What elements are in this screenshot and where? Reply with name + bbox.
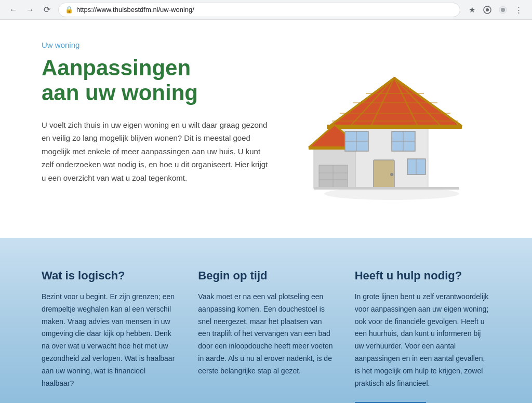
back-button[interactable]: ← (6, 3, 21, 17)
hero-text: Uw woning Aanpassingenaan uw woning U vo… (42, 41, 272, 184)
lock-icon: 🔒 (65, 6, 73, 14)
svg-point-3 (501, 8, 505, 12)
address-bar[interactable]: 🔒 https://www.thuisbestdfm.nl/uw-woning/ (58, 3, 460, 17)
svg-rect-18 (327, 125, 462, 129)
account-button[interactable] (496, 3, 510, 17)
columns-grid: Wat is logisch? Bezint voor u begint. Er… (42, 269, 490, 403)
hero-subtitle: Uw woning (42, 41, 272, 49)
column-3-title: Heeft u hulp nodig? (355, 269, 490, 283)
column-2-text: Vaak moet er na een val plotseling een a… (198, 291, 334, 378)
forward-button[interactable]: → (23, 3, 37, 17)
column-3: Heeft u hulp nodig? In grote lijnen bent… (355, 269, 490, 403)
svg-rect-38 (314, 187, 459, 190)
svg-point-1 (486, 8, 489, 11)
menu-button[interactable]: ⋮ (511, 3, 526, 17)
house-svg (303, 46, 480, 202)
column-2: Begin op tijd Vaak moet er na een val pl… (198, 269, 334, 403)
hero-image (293, 41, 490, 207)
column-1-title: Wat is logisch? (42, 269, 177, 283)
reload-button[interactable]: ⟳ (39, 3, 54, 17)
blue-section: Wat is logisch? Bezint voor u begint. Er… (0, 238, 532, 403)
column-3-text: In grote lijnen bent u zelf verantwoorde… (355, 291, 490, 389)
extension-button[interactable] (480, 3, 495, 17)
nav-buttons: ← → ⟳ (6, 3, 54, 17)
hero-description: U voelt zich thuis in uw eigen woning en… (42, 118, 272, 185)
column-1: Wat is logisch? Bezint voor u begint. Er… (42, 269, 177, 403)
bookmark-button[interactable]: ★ (464, 3, 479, 17)
svg-point-35 (390, 173, 393, 176)
browser-chrome: ← → ⟳ 🔒 https://www.thuisbestdfm.nl/uw-w… (0, 0, 532, 20)
toolbar-icons: ★ ⋮ (464, 3, 526, 17)
hero-section: Uw woning Aanpassingenaan uw woning U vo… (0, 20, 532, 238)
hero-title: Aanpassingenaan uw woning (42, 56, 272, 106)
url-text: https://www.thuisbestdfm.nl/uw-woning/ (76, 6, 194, 14)
column-1-text: Bezint voor u begint. Er zijn grenzen; e… (42, 291, 177, 389)
column-2-title: Begin op tijd (198, 269, 334, 283)
page-content: Uw woning Aanpassingenaan uw woning U vo… (0, 20, 532, 403)
